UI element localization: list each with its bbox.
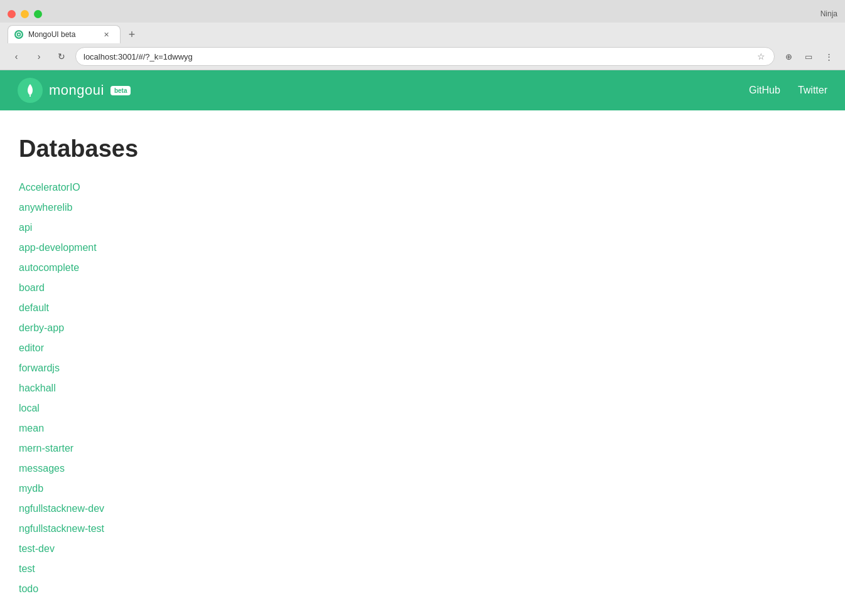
- browser-addressbar: ‹ › ↻ ☆ ⊕ ▭ ⋮: [0, 43, 845, 70]
- github-link[interactable]: GitHub: [749, 85, 780, 96]
- main-content: Databases AcceleratorIOanywherelibapiapp…: [0, 110, 845, 616]
- database-list-item[interactable]: anywherelib: [19, 198, 826, 218]
- database-list-item[interactable]: messages: [19, 459, 826, 479]
- window-controls: [8, 10, 42, 18]
- page-title: Databases: [19, 135, 826, 162]
- database-list-item[interactable]: forwardjs: [19, 358, 826, 378]
- database-list-item[interactable]: test-dev: [19, 539, 826, 559]
- database-list-item[interactable]: app-development: [19, 238, 826, 258]
- menu-button[interactable]: ⋮: [820, 48, 837, 65]
- browser-chrome: Ninja MongoUI beta ✕ + ‹ › ↻ ☆ ⊕ ▭ ⋮: [0, 0, 845, 70]
- database-list-item[interactable]: default: [19, 298, 826, 318]
- database-list-item[interactable]: mydb: [19, 479, 826, 499]
- browser-user-label: Ninja: [821, 9, 837, 18]
- database-list-item[interactable]: ngfullstacknew-dev: [19, 499, 826, 519]
- browser-tab-active[interactable]: MongoUI beta ✕: [8, 25, 121, 43]
- address-bar[interactable]: ☆: [75, 47, 775, 66]
- navbar-links: GitHub Twitter: [749, 85, 827, 96]
- tab-title: MongoUI beta: [28, 30, 96, 39]
- database-list-item[interactable]: derby-app: [19, 318, 826, 338]
- database-list-item[interactable]: mean: [19, 418, 826, 438]
- browser-tab-bar: MongoUI beta ✕ +: [0, 25, 845, 43]
- database-list-item[interactable]: mern-starter: [19, 438, 826, 459]
- browser-titlebar: Ninja: [0, 0, 845, 23]
- svg-point-1: [18, 34, 20, 36]
- extensions-button[interactable]: ⊕: [780, 48, 797, 65]
- reload-button[interactable]: ↻: [53, 48, 70, 65]
- database-list-item[interactable]: local: [19, 398, 826, 418]
- new-tab-button[interactable]: +: [123, 26, 141, 43]
- database-list-item[interactable]: hackhall: [19, 378, 826, 398]
- minimize-window-button[interactable]: [21, 10, 29, 18]
- database-list-item[interactable]: AcceleratorIO: [19, 178, 826, 198]
- navbar: mongoui beta GitHub Twitter: [0, 70, 845, 110]
- brand-name-label: mongoui: [49, 82, 104, 98]
- database-list-item[interactable]: editor: [19, 338, 826, 358]
- back-button[interactable]: ‹: [8, 48, 25, 65]
- database-list-item[interactable]: ngfullstacknew-test: [19, 519, 826, 539]
- navbar-brand: mongoui beta: [18, 78, 131, 103]
- database-list-item[interactable]: api: [19, 218, 826, 238]
- database-list: AcceleratorIOanywherelibapiapp-developme…: [19, 178, 826, 599]
- database-list-item[interactable]: board: [19, 278, 826, 298]
- database-list-item[interactable]: todo: [19, 579, 826, 599]
- cast-button[interactable]: ▭: [800, 48, 817, 65]
- tab-favicon: [14, 30, 23, 39]
- close-window-button[interactable]: [8, 10, 16, 18]
- database-list-item[interactable]: test: [19, 559, 826, 579]
- tab-close-button[interactable]: ✕: [101, 29, 111, 40]
- brand-logo: [18, 78, 43, 103]
- app-content: mongoui beta GitHub Twitter Databases Ac…: [0, 70, 845, 616]
- twitter-link[interactable]: Twitter: [798, 85, 827, 96]
- bookmark-button[interactable]: ☆: [756, 50, 767, 63]
- browser-toolbar-icons: ⊕ ▭ ⋮: [780, 48, 837, 65]
- brand-badge: beta: [110, 86, 131, 95]
- forward-button[interactable]: ›: [30, 48, 48, 65]
- address-input[interactable]: [83, 52, 751, 61]
- database-list-item[interactable]: autocomplete: [19, 258, 826, 278]
- maximize-window-button[interactable]: [34, 10, 42, 18]
